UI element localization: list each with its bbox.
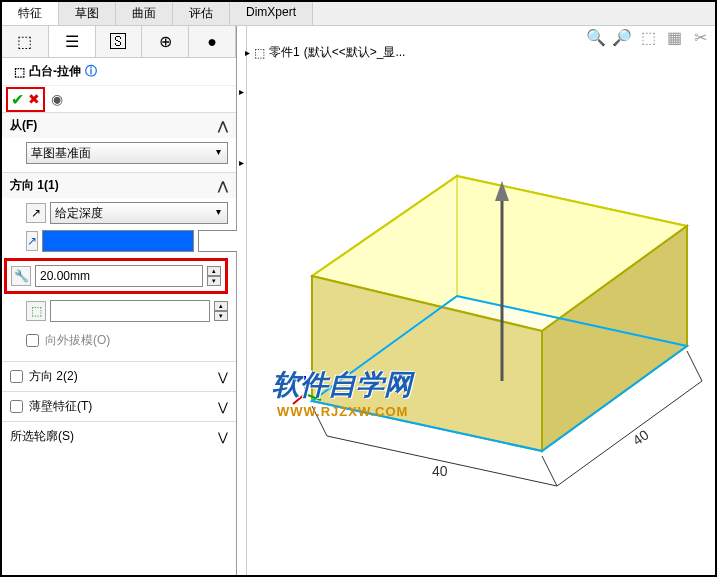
section-dir1-header[interactable]: 方向 1(1) ⋀ bbox=[2, 173, 236, 198]
cube-icon: ⬚ bbox=[17, 32, 32, 51]
confirm-row: ✔ ✖ ◉ bbox=[2, 86, 236, 112]
property-manager: ⬚ ☰ 🅂 ⊕ ● ⬚ 凸台-拉伸 ⓘ ✔ ✖ ◉ 从(F) ⋀ 草图基准面 bbox=[2, 26, 237, 575]
depth-highlight: 🔧 ▴ ▾ bbox=[4, 258, 228, 294]
draft-icon[interactable]: ⬚ bbox=[26, 301, 46, 321]
depth-input[interactable] bbox=[35, 265, 203, 287]
draft-label: 向外拔模(O) bbox=[45, 332, 110, 349]
ok-button[interactable]: ✔ bbox=[11, 90, 24, 109]
zoom-fit-icon[interactable]: 🔍 bbox=[585, 26, 607, 48]
dim-width: 40 bbox=[432, 463, 448, 479]
feature-title: 凸台-拉伸 bbox=[29, 63, 81, 80]
panel-tab-property[interactable]: ☰ bbox=[49, 26, 96, 57]
help-icon[interactable]: ⓘ bbox=[85, 63, 97, 80]
chevron-up-icon: ⋀ bbox=[218, 119, 228, 133]
thin-checkbox[interactable] bbox=[10, 400, 23, 413]
panel-tab-feature-tree[interactable]: ⬚ bbox=[2, 26, 49, 57]
watermark-url: WWW.RJZXW.COM bbox=[277, 404, 408, 419]
extrude-icon: ⬚ bbox=[14, 65, 25, 79]
section-view-icon[interactable]: ✂ bbox=[689, 26, 711, 48]
reverse-direction-button[interactable]: ↗ bbox=[26, 203, 46, 223]
panel-tab-dimxpert[interactable]: ⊕ bbox=[142, 26, 189, 57]
draft-outward-checkbox[interactable] bbox=[26, 334, 39, 347]
viewport-splitter[interactable]: ▸ ▸ bbox=[237, 26, 247, 575]
part-name[interactable]: 零件1 bbox=[269, 44, 300, 61]
from-dropdown[interactable]: 草图基准面 bbox=[26, 142, 228, 164]
tab-sketch[interactable]: 草图 bbox=[59, 2, 116, 25]
draft-spin-up[interactable]: ▴ bbox=[214, 301, 228, 311]
feature-breadcrumb: ▸ ⬚ 零件1 (默认<<默认>_显... bbox=[245, 44, 405, 61]
tab-evaluate[interactable]: 评估 bbox=[173, 2, 230, 25]
dir2-checkbox[interactable] bbox=[10, 370, 23, 383]
draft-outward-row: 向外拔模(O) bbox=[26, 328, 228, 353]
chevron-down-icon: ⋁ bbox=[218, 370, 228, 384]
feature-header: ⬚ 凸台-拉伸 ⓘ bbox=[2, 58, 236, 86]
display-style-icon[interactable]: ▦ bbox=[663, 26, 685, 48]
preview-icon[interactable]: ◉ bbox=[51, 91, 63, 107]
view-orientation-icon[interactable]: ⬚ bbox=[637, 26, 659, 48]
zoom-area-icon[interactable]: 🔎 bbox=[611, 26, 633, 48]
breadcrumb-expand-icon[interactable]: ▸ bbox=[245, 47, 250, 58]
tab-surface[interactable]: 曲面 bbox=[116, 2, 173, 25]
end-condition-dropdown[interactable]: 给定深度 bbox=[50, 202, 228, 224]
section-dir2[interactable]: 方向 2(2) ⋁ bbox=[2, 361, 236, 391]
chevron-down-icon: ⋁ bbox=[218, 430, 228, 444]
graphics-viewport[interactable]: ▸ ▸ 🔍 🔎 ⬚ ▦ ✂ ▸ ⬚ 零件1 (默认<<默认>_显... bbox=[237, 26, 715, 575]
contour-label: 所选轮廓(S) bbox=[10, 428, 74, 445]
panel-tabs: ⬚ ☰ 🅂 ⊕ ● bbox=[2, 26, 236, 58]
cancel-button[interactable]: ✖ bbox=[28, 91, 40, 107]
part-icon: ⬚ bbox=[254, 46, 265, 60]
section-dir1: 方向 1(1) ⋀ ↗ 给定深度 ↗ ▴ ▾ bbox=[2, 172, 236, 361]
splitter-handle-icon[interactable]: ▸ bbox=[239, 157, 244, 168]
direction-selection[interactable] bbox=[42, 230, 194, 252]
list-icon: ☰ bbox=[65, 32, 79, 51]
config-name: (默认<<默认>_显... bbox=[304, 44, 406, 61]
panel-tab-config[interactable]: 🅂 bbox=[96, 26, 143, 57]
watermark-text: 软件自学网 bbox=[272, 366, 412, 404]
depth-spin-up[interactable]: ▴ bbox=[207, 266, 221, 276]
draft-field[interactable] bbox=[50, 300, 210, 322]
draft-spin-down[interactable]: ▾ bbox=[214, 311, 228, 321]
sphere-icon: ● bbox=[207, 33, 217, 51]
section-from: 从(F) ⋀ 草图基准面 bbox=[2, 112, 236, 172]
thin-label: 薄壁特征(T) bbox=[29, 398, 92, 415]
tab-dimxpert[interactable]: DimXpert bbox=[230, 2, 313, 25]
section-from-header[interactable]: 从(F) ⋀ bbox=[2, 113, 236, 138]
chevron-up-icon: ⋀ bbox=[218, 179, 228, 193]
top-tabs: 特征 草图 曲面 评估 DimXpert bbox=[2, 2, 715, 26]
config-icon: 🅂 bbox=[110, 33, 126, 51]
section-contour[interactable]: 所选轮廓(S) ⋁ bbox=[2, 421, 236, 451]
depth-spin-down[interactable]: ▾ bbox=[207, 276, 221, 286]
splitter-handle-icon[interactable]: ▸ bbox=[239, 86, 244, 97]
target-icon: ⊕ bbox=[159, 32, 172, 51]
from-label: 从(F) bbox=[10, 117, 37, 134]
dir2-label: 方向 2(2) bbox=[29, 368, 78, 385]
svg-line-12 bbox=[687, 351, 702, 381]
confirm-highlight: ✔ ✖ bbox=[6, 87, 45, 112]
chevron-down-icon: ⋁ bbox=[218, 400, 228, 414]
section-thin[interactable]: 薄壁特征(T) ⋁ bbox=[2, 391, 236, 421]
tab-feature[interactable]: 特征 bbox=[2, 2, 59, 25]
svg-line-11 bbox=[542, 456, 557, 486]
3d-model-preview[interactable]: 40 40 bbox=[287, 146, 707, 530]
dir1-label: 方向 1(1) bbox=[10, 177, 59, 194]
direction-vector-icon[interactable]: ↗ bbox=[26, 231, 38, 251]
view-toolbar: 🔍 🔎 ⬚ ▦ ✂ bbox=[585, 26, 711, 48]
dim-depth: 40 bbox=[630, 426, 652, 448]
depth-icon: 🔧 bbox=[11, 266, 31, 286]
panel-tab-appearance[interactable]: ● bbox=[189, 26, 236, 57]
